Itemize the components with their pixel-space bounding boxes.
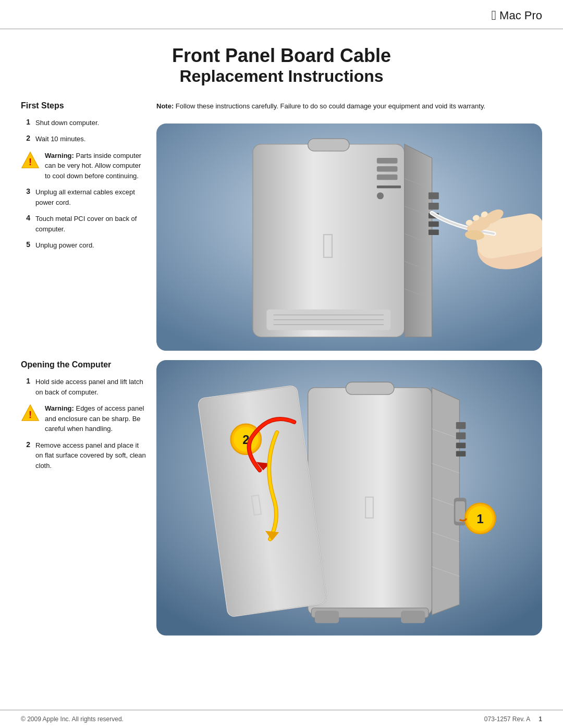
svg-text::  [364,489,376,525]
opening-step-1-number: 1 [21,377,30,385]
page-header:  Mac Pro [0,0,563,29]
warning-2: ! Warning: Edges of access panel and enc… [21,403,146,434]
svg-text::  [322,226,335,266]
top-illustration:  [156,124,542,351]
warning-triangle-2-icon: ! [21,403,40,422]
first-steps-left: First Steps 1 Shut down computer. 2 Wait… [21,101,156,351]
step-5-text: Unplug power cord. [35,240,94,251]
svg-rect-69 [401,611,425,623]
step-3-number: 3 [21,187,30,195]
opening-step-2: 2 Remove access panel and place it on fl… [21,440,146,471]
footer-page-number: 1 [538,715,542,723]
step-4-text: Touch metal PCI cover on back of compute… [35,214,146,234]
svg-rect-55 [455,501,464,522]
svg-rect-68 [315,611,339,623]
warning-2-bold: Warning: [45,404,74,412]
svg-rect-9 [377,166,398,172]
svg-rect-51 [456,433,466,439]
first-steps-section: First Steps 1 Shut down computer. 2 Wait… [21,101,542,351]
footer-right: 073-1257 Rev. A 1 [484,715,542,723]
svg-text:!: ! [29,157,32,167]
svg-text:1: 1 [476,512,483,526]
svg-rect-23 [429,192,439,199]
step-1-number: 1 [21,118,30,126]
apple-logo-icon:  [492,7,497,23]
svg-text:!: ! [29,410,32,420]
note-block: Note: Follow these instructions carefull… [156,101,542,112]
step-4-number: 4 [21,214,30,222]
title-line2: Replacement Instructions [21,66,542,86]
step-2-text: Wait 10 minutes. [35,134,85,144]
opening-step-1-text: Hold side access panel and lift latch on… [35,377,146,397]
main-content: Front Panel Board Cable Replacement Inst… [0,29,563,667]
svg-rect-11 [377,186,401,188]
bottom-illustration:  [156,360,542,636]
footer-copyright: © 2009 Apple Inc. All rights reserved. [21,715,124,723]
opening-section: Opening the Computer 1 Hold side access … [21,360,542,636]
warning-triangle-icon: ! [21,151,40,169]
first-steps-right: Note: Follow these instructions carefull… [156,101,542,351]
step-2-number: 2 [21,134,30,142]
header-logo:  Mac Pro [492,7,542,23]
note-text: Follow these instructions carefully. Fai… [176,102,485,110]
svg-rect-10 [377,175,398,180]
opening-left: Opening the Computer 1 Hold side access … [21,360,156,636]
warning-1-bold: Warning: [45,152,74,159]
step-2: 2 Wait 10 minutes. [21,134,146,144]
step-4: 4 Touch metal PCI cover on back of compu… [21,214,146,234]
warning-1-text: Warning: Parts inside computer can be ve… [45,151,146,181]
product-name: Mac Pro [499,9,542,22]
svg-rect-6 [308,139,349,151]
opening-heading: Opening the Computer [21,360,146,369]
step-1-text: Shut down computer. [35,118,99,128]
step-3-text: Unplug all external cables except power … [35,187,146,207]
opening-step-2-number: 2 [21,440,30,449]
page-footer: © 2009 Apple Inc. All rights reserved. 0… [0,710,563,728]
warning-2-text: Warning: Edges of access panel and enclo… [45,403,146,434]
title-line1: Front Panel Board Cable [21,45,542,66]
step-5-number: 5 [21,240,30,249]
svg-rect-26 [429,221,439,227]
svg-rect-8 [377,158,398,164]
step-1: 1 Shut down computer. [21,118,146,128]
svg-marker-17 [405,144,432,337]
svg-rect-50 [456,422,466,429]
opening-step-2-text: Remove access panel and place it on flat… [35,440,146,471]
svg-rect-42 [346,382,394,395]
svg-rect-53 [456,451,466,457]
opening-step-1: 1 Hold side access panel and lift latch … [21,377,146,397]
svg-rect-24 [429,203,439,209]
svg-rect-27 [429,230,439,236]
step-5: 5 Unplug power cord. [21,240,146,251]
warning-1: ! Warning: Parts inside computer can be … [21,151,146,181]
step-3: 3 Unplug all external cables except powe… [21,187,146,207]
footer-doc-number: 073-1257 Rev. A [484,715,530,723]
note-label: Note: [156,102,174,110]
title-block: Front Panel Board Cable Replacement Inst… [21,45,542,87]
svg-rect-12 [377,192,384,199]
first-steps-heading: First Steps [21,101,146,110]
svg-rect-52 [456,443,466,449]
opening-right:  [156,360,542,636]
